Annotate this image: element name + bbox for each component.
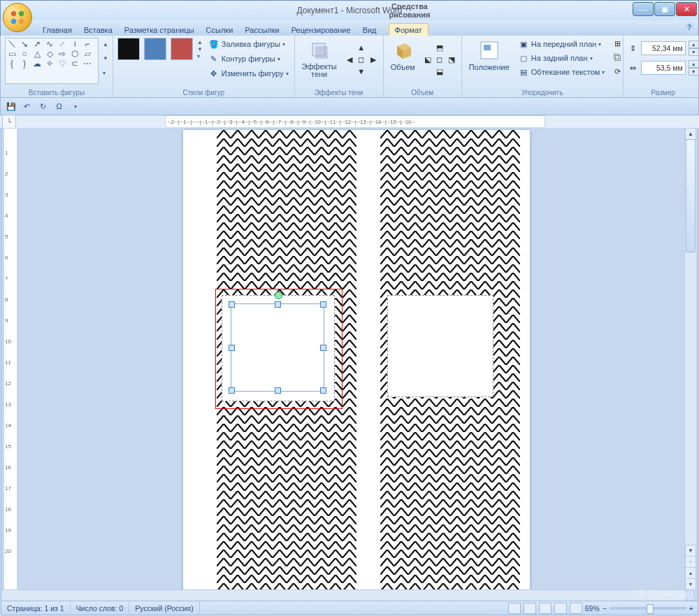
styles-scroll-down-icon[interactable]: ▼ — [197, 46, 203, 52]
handle-ne[interactable] — [320, 301, 326, 308]
tab-format[interactable]: Формат — [389, 23, 428, 36]
three-d-button[interactable]: Объем — [388, 38, 418, 73]
shape-brace-icon[interactable]: { — [7, 59, 17, 67]
tab-insert[interactable]: Вставка — [78, 24, 118, 36]
shape-scribble-icon[interactable]: ≀ — [70, 40, 80, 48]
shape-more-icon[interactable]: ⋯ — [82, 59, 92, 67]
vertical-scrollbar[interactable]: ▲ ▼ ◦ ▴ ▾ — [684, 128, 696, 590]
shape-brace2-icon[interactable]: } — [20, 59, 29, 67]
style-red-swatch[interactable] — [171, 38, 193, 60]
view-outline-icon[interactable] — [554, 603, 567, 614]
qat-customize-icon[interactable]: ▾ — [69, 101, 81, 113]
zoom-out-icon[interactable]: − — [603, 604, 607, 613]
scroll-up-icon[interactable]: ▲ — [685, 128, 696, 140]
maximize-button[interactable]: ▣ — [654, 2, 675, 16]
position-button[interactable]: Положение — [466, 38, 512, 73]
width-down-icon[interactable]: ▼ — [689, 68, 699, 76]
shape-connector-icon[interactable]: ⌐ — [82, 40, 92, 48]
shape-arrow-icon[interactable]: ↘ — [20, 40, 29, 48]
tilt-right-icon[interactable]: ⬔ — [446, 54, 457, 65]
shape-freeform-icon[interactable]: ⟋ — [57, 40, 67, 48]
shape-cloud-icon[interactable]: ☁ — [32, 59, 42, 67]
document-page[interactable] — [183, 130, 530, 593]
close-button[interactable]: ✕ — [676, 2, 697, 16]
handle-e[interactable] — [320, 345, 326, 351]
office-button[interactable] — [3, 3, 32, 32]
width-up-icon[interactable]: ▲ — [689, 60, 699, 68]
zoom-slider[interactable] — [610, 607, 686, 610]
shape-triangle-icon[interactable]: △ — [32, 50, 42, 57]
save-icon[interactable]: 💾 — [5, 101, 17, 113]
handle-w[interactable] — [229, 345, 235, 351]
handle-nw[interactable] — [229, 301, 235, 308]
browse-object-icon[interactable]: ◦ — [685, 556, 696, 568]
handle-s[interactable] — [275, 387, 281, 394]
height-down-icon[interactable]: ▼ — [689, 48, 699, 56]
shapes-scroll-down-icon[interactable]: ▼ — [103, 55, 108, 62]
nudge-up-icon[interactable]: ▲ — [356, 42, 367, 53]
zoom-thumb[interactable] — [647, 604, 654, 614]
handle-n[interactable] — [275, 301, 281, 308]
text-wrap-button[interactable]: ▤ Обтекание текстом▾ — [517, 66, 607, 78]
shape-hex-icon[interactable]: ⬡ — [70, 50, 80, 57]
shape-heart-icon[interactable]: ♡ — [57, 59, 67, 67]
tab-mailings[interactable]: Рассылки — [239, 24, 284, 36]
vertical-scroll-thumb[interactable] — [686, 139, 696, 252]
shape-diamond-icon[interactable]: ◇ — [45, 50, 55, 57]
rotate-icon[interactable]: ⟳ — [612, 66, 623, 77]
nudge-left-icon[interactable]: ◀ — [344, 54, 355, 65]
tilt-center-icon[interactable]: ◻ — [434, 54, 445, 65]
status-language[interactable]: Русский (Россия) — [129, 601, 199, 615]
nudge-down-icon[interactable]: ▼ — [356, 66, 367, 77]
view-fullscreen-icon[interactable] — [524, 603, 536, 614]
align-icon[interactable]: ⊞ — [612, 38, 623, 49]
shapes-gallery[interactable]: ＼ ↘ ↗ ∿ ⟋ ≀ ⌐ ▭ ○ △ ◇ ⇨ ⬡ ▱ { } ☁ ✧ ♡ ⊂ — [5, 38, 99, 84]
shape-fill-button[interactable]: 🪣 Заливка фигуры▾ — [207, 38, 290, 50]
shapes-more-icon[interactable]: ▾ — [103, 70, 108, 76]
styles-more-icon[interactable]: ▾ — [197, 53, 203, 59]
shapes-scroll-up-icon[interactable]: ▲ — [103, 41, 108, 48]
shape-r-arrow-icon[interactable]: ⇨ — [57, 50, 67, 57]
nudge-right-icon[interactable]: ▶ — [368, 54, 379, 65]
shape-rect-icon[interactable]: ▭ — [7, 50, 17, 57]
bring-front-button[interactable]: ▣ На передний план▾ — [517, 38, 607, 50]
height-input[interactable]: 52,34 мм — [641, 41, 686, 55]
status-words[interactable]: Число слов: 0 — [71, 601, 130, 615]
tilt-down-icon[interactable]: ⬓ — [434, 66, 445, 77]
shadow-effects-button[interactable]: Эффекты тени — [299, 38, 340, 80]
prev-page-icon[interactable]: ▴ — [685, 567, 696, 579]
view-draft-icon[interactable] — [570, 603, 582, 614]
shape-outline-button[interactable]: ✎ Контур фигуры▾ — [207, 52, 290, 65]
tab-home[interactable]: Главная — [37, 24, 78, 36]
shape-arrow2-icon[interactable]: ↗ — [32, 40, 42, 48]
handle-se[interactable] — [320, 387, 326, 394]
undo-icon[interactable]: ↶ — [21, 101, 33, 113]
group-objects-icon[interactable]: ⿻ — [612, 52, 623, 63]
minimize-button[interactable]: — — [633, 2, 654, 16]
height-up-icon[interactable]: ▲ — [689, 41, 699, 48]
send-back-button[interactable]: ▢ На задний план▾ — [517, 52, 607, 64]
shape-star-icon[interactable]: ✧ — [45, 59, 55, 67]
tab-references[interactable]: Ссылки — [201, 24, 239, 36]
zoom-value[interactable]: 69% — [585, 604, 600, 613]
width-input[interactable]: 53,5 мм — [641, 61, 686, 75]
omega-icon[interactable]: Ω — [53, 101, 65, 113]
shape-line-icon[interactable]: ＼ — [7, 40, 17, 48]
tab-review[interactable]: Рецензирование — [286, 24, 356, 36]
horizontal-scrollbar[interactable] — [1, 589, 685, 601]
rotate-handle-icon[interactable] — [275, 292, 282, 299]
tab-view[interactable]: Вид — [357, 24, 382, 36]
scroll-down-icon[interactable]: ▼ — [685, 545, 696, 557]
tilt-up-icon[interactable]: ⬒ — [434, 42, 445, 53]
style-black-swatch[interactable] — [117, 38, 140, 60]
help-icon[interactable]: ? — [684, 22, 694, 32]
shape-styles-gallery[interactable]: ▲ ▼ ▾ — [117, 38, 203, 60]
selected-shape[interactable] — [231, 303, 324, 392]
tilt-left-icon[interactable]: ⬕ — [422, 54, 433, 65]
view-web-icon[interactable] — [539, 603, 552, 614]
zoom-in-icon[interactable]: + — [689, 604, 693, 613]
redo-icon[interactable]: ↻ — [37, 101, 49, 113]
shape-textbox-icon[interactable]: ▱ — [82, 50, 92, 57]
horizontal-ruler[interactable]: ···2···|···1···|······|···1···|···2···|·… — [165, 115, 545, 128]
shape-oval-icon[interactable]: ○ — [20, 50, 29, 57]
